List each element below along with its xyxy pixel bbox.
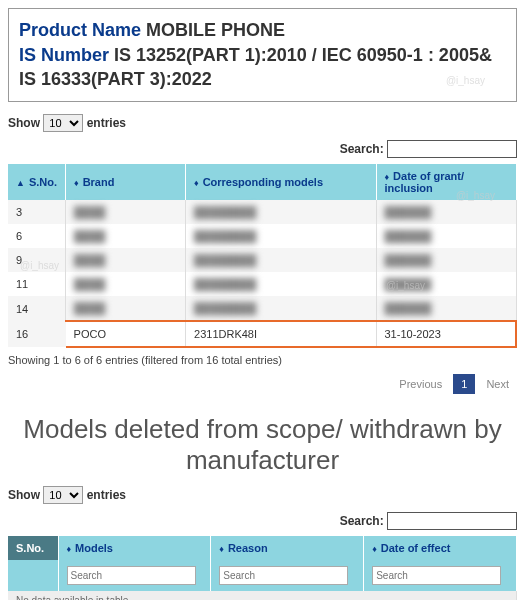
search-input-2[interactable]: [387, 512, 517, 530]
main-table: ▲S.No. ♦Brand ♦Corresponding models ♦Dat…: [8, 164, 517, 348]
col2-models[interactable]: ♦Models: [58, 536, 211, 560]
is-number-line: IS Number IS 13252(PART 1):2010 / IEC 60…: [19, 44, 506, 91]
col-date[interactable]: ♦Date of grant/ inclusion: [376, 164, 516, 200]
col2-reason[interactable]: ♦Reason: [211, 536, 364, 560]
col-sno[interactable]: ▲S.No.: [8, 164, 66, 200]
table-row: 3██████████████████: [8, 200, 516, 224]
entries-select[interactable]: 10: [43, 114, 83, 132]
filter-reason[interactable]: [219, 566, 348, 585]
table-row: 16POCO2311DRK48I31-10-2023: [8, 321, 516, 347]
col2-date[interactable]: ♦Date of effect: [364, 536, 517, 560]
next-button[interactable]: Next: [478, 374, 517, 394]
no-data-cell: No data available in table: [8, 591, 517, 600]
table-row: 6██████████████████: [8, 224, 516, 248]
product-name-label: Product Name: [19, 20, 141, 40]
table-row: 9██████████████████: [8, 248, 516, 272]
col-brand[interactable]: ♦Brand: [66, 164, 186, 200]
entries-select-2[interactable]: 10: [43, 486, 83, 504]
search-input[interactable]: [387, 140, 517, 158]
section-title: Models deleted from scope/ withdrawn by …: [8, 414, 517, 476]
pagination: Previous 1 Next: [8, 374, 517, 394]
table-info: Showing 1 to 6 of 6 entries (filtered fr…: [8, 354, 517, 366]
page-current[interactable]: 1: [453, 374, 475, 394]
col2-sno[interactable]: S.No.: [8, 536, 58, 560]
search-control-2: Search:: [8, 512, 517, 530]
col-models[interactable]: ♦Corresponding models: [186, 164, 376, 200]
product-info-box: Product Name MOBILE PHONE IS Number IS 1…: [8, 8, 517, 102]
product-name-line: Product Name MOBILE PHONE: [19, 19, 506, 42]
filter-date[interactable]: [372, 566, 501, 585]
deleted-table: S.No. ♦Models ♦Reason ♦Date of effect No…: [8, 536, 517, 600]
table-row: 11██████████████████: [8, 272, 516, 296]
entries-control-2: Show 10 entries: [8, 486, 517, 504]
entries-control: Show 10 entries: [8, 114, 517, 132]
is-number-label: IS Number: [19, 45, 109, 65]
product-name-value: MOBILE PHONE: [146, 20, 285, 40]
prev-button[interactable]: Previous: [391, 374, 450, 394]
table-row: 14██████████████████: [8, 296, 516, 321]
search-control: Search:: [8, 140, 517, 158]
filter-models[interactable]: [67, 566, 196, 585]
